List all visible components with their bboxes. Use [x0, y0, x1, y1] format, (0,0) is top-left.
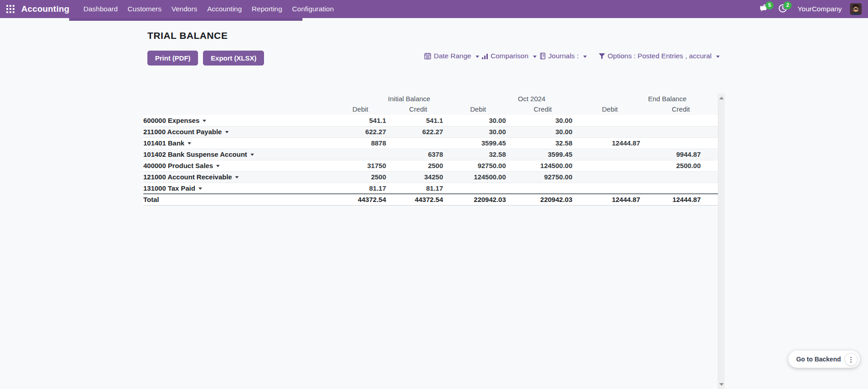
column-group-label: End Balance [576, 93, 718, 104]
amount-cell: 220942.03 [509, 194, 576, 205]
kebab-menu-icon[interactable]: ⋮ [844, 353, 858, 366]
account-dropdown[interactable]: 121000 Account Receivable [143, 173, 239, 181]
amount-cell: 2500 [331, 171, 390, 183]
nav-menu-item-dashboard[interactable]: Dashboard [79, 0, 123, 18]
amount-cell [644, 115, 718, 126]
amount-cell: 541.1 [390, 115, 447, 126]
column-group-label: Initial Balance [331, 93, 447, 104]
company-menu[interactable]: YourCompany [794, 5, 845, 13]
column-group-label: Oct 2024 [447, 93, 576, 104]
amount-cell [576, 115, 644, 126]
amount-cell: 622.27 [390, 126, 447, 137]
table-row: 600000 Expenses541.1541.130.0030.00 [143, 115, 718, 126]
table-row: 400000 Product Sales31750250092750.00124… [143, 160, 718, 171]
account-dropdown[interactable]: 211000 Account Payable [143, 128, 229, 136]
amount-cell: 124500.00 [509, 160, 576, 171]
amount-cell: 92750.00 [447, 160, 509, 171]
amount-cell: 3599.45 [447, 137, 509, 149]
amount-cell: 9944.87 [644, 149, 718, 160]
chevron-down-icon [476, 56, 479, 58]
table-row: 101401 Bank88783599.4532.5812444.87 [143, 137, 718, 149]
account-dropdown[interactable]: 600000 Expenses [143, 117, 206, 124]
app-brand[interactable]: Accounting [21, 4, 70, 14]
user-avatar[interactable] [850, 3, 862, 15]
account-dropdown[interactable]: 101402 Bank Suspense Account [143, 150, 254, 158]
account-dropdown[interactable]: 101401 Bank [143, 139, 191, 147]
comparison-filter[interactable]: Comparison [482, 52, 537, 60]
filter-funnel-icon [599, 53, 605, 60]
report-filters: Date Range Comparison Journals : [143, 49, 720, 63]
column-subheader-label: Credit [390, 104, 447, 115]
trial-balance-foot: Total44372.5444372.54220942.03220942.031… [143, 194, 718, 205]
nav-menu: DashboardCustomersVendorsAccountingRepor… [79, 0, 339, 18]
account-dropdown[interactable]: 400000 Product Sales [143, 162, 220, 169]
journals-filter[interactable]: Journals : [539, 52, 587, 60]
date-range-label: Date Range [434, 52, 471, 60]
column-subheader-label: Debit [576, 104, 644, 115]
column-subheader-label: Credit [644, 104, 718, 115]
amount-cell [390, 137, 447, 149]
amount-cell: 44372.54 [390, 194, 447, 205]
page-title: TRIAL BALANCE [147, 30, 228, 41]
top-navbar: Accounting DashboardCustomersVendorsAcco… [0, 0, 868, 18]
scroll-up-arrow-icon[interactable] [719, 97, 724, 99]
comparison-label: Comparison [491, 52, 528, 60]
amount-cell: 32.58 [509, 137, 576, 149]
nav-menu-item-vendors[interactable]: Vendors [166, 0, 202, 18]
amount-cell [576, 149, 644, 160]
amount-cell: 12444.87 [644, 194, 718, 205]
nav-menu-item-configuration[interactable]: Configuration [287, 0, 339, 18]
options-filter[interactable]: Options : Posted Entries , accural [599, 52, 720, 60]
activities-button[interactable]: 2 [776, 2, 789, 16]
amount-cell [331, 149, 390, 160]
chevron-down-icon [198, 187, 202, 190]
trial-balance-table: Initial BalanceOct 2024End Balance Debit… [143, 93, 718, 206]
account-dropdown[interactable]: 131000 Tax Paid [143, 184, 202, 192]
chevron-down-icon [250, 154, 254, 156]
amount-cell: 30.00 [509, 126, 576, 137]
amount-cell: 8878 [331, 137, 390, 149]
journals-label: Journals : [548, 52, 579, 60]
amount-cell: 124500.00 [447, 171, 509, 183]
chevron-down-icon [188, 142, 191, 145]
bar-chart-icon [482, 53, 488, 60]
total-label: Total [143, 194, 331, 205]
amount-cell: 31750 [331, 160, 390, 171]
amount-cell [509, 183, 576, 194]
amount-cell: 30.00 [509, 115, 576, 126]
apps-grid-icon[interactable] [6, 5, 14, 13]
amount-cell [576, 171, 644, 183]
messages-button[interactable]: 5 [758, 2, 771, 16]
date-range-filter[interactable]: Date Range [424, 52, 479, 60]
table-row: 131000 Tax Paid81.1781.17 [143, 183, 718, 194]
amount-cell [644, 171, 718, 183]
amount-cell: 92750.00 [509, 171, 576, 183]
chevron-down-icon [225, 131, 229, 133]
amount-cell: 12444.87 [576, 137, 644, 149]
amount-cell: 32.58 [447, 149, 509, 160]
messages-badge: 5 [765, 1, 774, 9]
nav-menu-item-reporting[interactable]: Reporting [247, 0, 287, 18]
go-to-backend-button[interactable]: Go to Backend [796, 356, 841, 363]
scroll-down-arrow-icon[interactable] [719, 383, 724, 386]
navbar-menu-shade [69, 18, 302, 21]
amount-cell [447, 183, 509, 194]
debit-credit-header-row: DebitCreditDebitCreditDebitCredit [143, 104, 718, 115]
amount-cell [576, 160, 644, 171]
amount-cell: 220942.03 [447, 194, 509, 205]
vertical-scrollbar[interactable] [718, 94, 725, 389]
amount-cell: 12444.87 [576, 194, 644, 205]
navbar-right: 5 2 YourCompany [758, 2, 862, 16]
column-subheader-label: Debit [331, 104, 390, 115]
nav-menu-item-customers[interactable]: Customers [123, 0, 166, 18]
table-row: 101402 Bank Suspense Account637832.58359… [143, 149, 718, 160]
activities-badge: 2 [783, 1, 792, 9]
amount-cell [576, 183, 644, 194]
column-subheader-label: Debit [447, 104, 509, 115]
column-group-header-row: Initial BalanceOct 2024End Balance [143, 93, 718, 104]
nav-menu-item-accounting[interactable]: Accounting [202, 0, 247, 18]
backend-pill: Go to Backend ⋮ [788, 351, 860, 368]
amount-cell: 30.00 [447, 115, 509, 126]
options-label: Options : Posted Entries , accural [608, 52, 712, 60]
chevron-down-icon [716, 56, 720, 58]
